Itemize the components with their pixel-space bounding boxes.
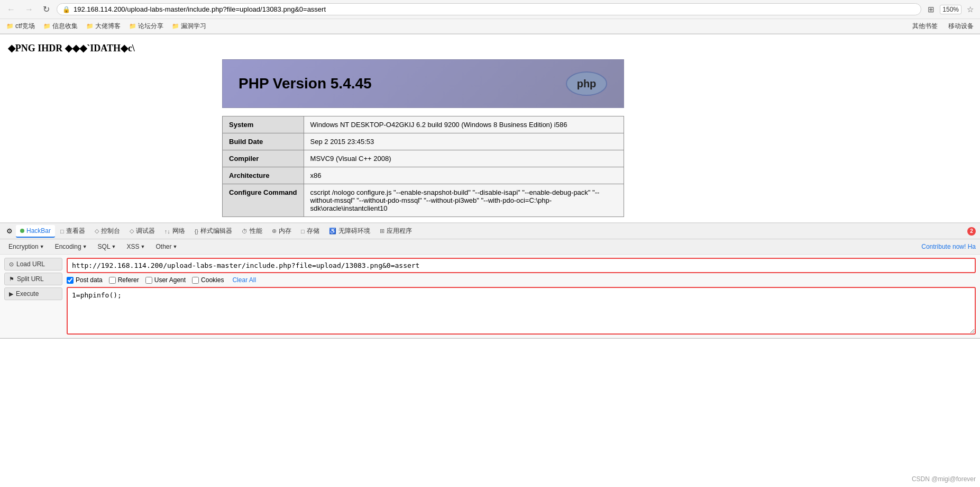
bookmark-blog[interactable]: 📁 大佬博客 bbox=[84, 21, 123, 32]
menu-encoding-label: Encoding bbox=[55, 243, 81, 250]
menu-other[interactable]: Other ▼ bbox=[151, 241, 181, 252]
user-agent-checkbox-label[interactable]: User Agent bbox=[145, 276, 186, 284]
load-url-icon: ⊙ bbox=[9, 261, 14, 268]
nav-actions: ⊞ 150% ☆ bbox=[926, 4, 976, 15]
php-banner-inner: PHP Version 5.4.45 php bbox=[222, 59, 624, 108]
folder-icon: 📁 bbox=[6, 23, 14, 30]
address-bar[interactable] bbox=[74, 5, 915, 13]
address-bar-wrap: 🔒 bbox=[57, 3, 921, 15]
php-version-title: PHP Version 5.4.45 bbox=[239, 75, 372, 92]
other-arrow-icon: ▼ bbox=[172, 244, 177, 249]
tab-console[interactable]: ◇ 控制台 bbox=[90, 224, 124, 238]
cookies-checkbox-label[interactable]: Cookies bbox=[192, 276, 224, 284]
debugger-icon: ◇ bbox=[130, 228, 134, 235]
back-button[interactable]: ← bbox=[4, 4, 18, 15]
table-cell-value: Sep 2 2015 23:45:53 bbox=[304, 133, 624, 150]
perf-icon: ⏱ bbox=[242, 228, 248, 235]
tab-style-label: 样式编辑器 bbox=[200, 227, 232, 236]
tab-memory[interactable]: ⊕ 内存 bbox=[268, 224, 296, 238]
tab-console-label: 控制台 bbox=[101, 227, 120, 236]
tab-perf-label: 性能 bbox=[250, 227, 262, 236]
table-cell-value: x86 bbox=[304, 167, 624, 184]
bookmark-ctf[interactable]: 📁 ctf竞场 bbox=[4, 21, 37, 32]
sql-arrow-icon: ▼ bbox=[112, 244, 116, 249]
post-data-label: Post data bbox=[76, 276, 103, 284]
tab-style-editor[interactable]: {} 样式编辑器 bbox=[190, 224, 236, 238]
viewer-icon: □ bbox=[60, 228, 64, 235]
tab-application[interactable]: ⊞ 应用程序 bbox=[375, 224, 416, 238]
table-cell-label: Build Date bbox=[223, 133, 304, 150]
tab-a11y-label: 无障碍环境 bbox=[338, 227, 370, 236]
tab-hackbar[interactable]: HackBar bbox=[16, 225, 55, 238]
table-cell-value: cscript /nologo configure.js "--enable-s… bbox=[304, 184, 624, 217]
post-data-checkbox[interactable] bbox=[67, 277, 74, 284]
bookmark-forum-label: 论坛分享 bbox=[138, 22, 163, 31]
user-agent-label: User Agent bbox=[154, 276, 186, 284]
browser-chrome: ← → ↻ 🔒 ⊞ 150% ☆ 📁 ctf竞场 📁 信息收集 📁 大佬博客 📁… bbox=[0, 0, 980, 34]
security-icon: 🔒 bbox=[62, 6, 70, 13]
menu-sql[interactable]: SQL ▼ bbox=[94, 241, 121, 252]
forward-button[interactable]: → bbox=[22, 4, 36, 15]
reload-button[interactable]: ↻ bbox=[40, 3, 52, 15]
hackbar-menu: Encryption ▼ Encoding ▼ SQL ▼ XSS ▼ Othe… bbox=[0, 239, 980, 255]
zoom-level[interactable]: 150% bbox=[940, 5, 961, 14]
post-data-textarea[interactable]: 1=phpinfo(); bbox=[67, 287, 976, 335]
table-row: Compiler MSVC9 (Visual C++ 2008) bbox=[223, 150, 624, 167]
referer-label: Referer bbox=[118, 276, 139, 284]
tab-accessibility[interactable]: ♿ 无障碍环境 bbox=[325, 224, 374, 238]
devtools-settings-icon[interactable]: ⚙ bbox=[4, 225, 15, 237]
hackbar-url-input[interactable] bbox=[67, 258, 976, 273]
bookmark-vuln[interactable]: 📁 漏洞学习 bbox=[170, 21, 208, 32]
referer-checkbox[interactable] bbox=[109, 277, 116, 284]
split-url-button[interactable]: ⚑ Split URL bbox=[4, 273, 62, 285]
execute-button[interactable]: ▶ Execute bbox=[4, 287, 62, 300]
folder-icon: 📁 bbox=[129, 23, 136, 30]
tab-debugger-label: 调试器 bbox=[136, 227, 155, 236]
hackbar-main: ⊙ Load URL ⚑ Split URL ▶ Execute Pos bbox=[0, 255, 980, 338]
bookmark-other[interactable]: 其他书签 bbox=[910, 21, 940, 32]
bookmark-vuln-label: 漏洞学习 bbox=[181, 22, 206, 31]
bookmark-mobile-label: 移动设备 bbox=[948, 22, 974, 31]
referer-checkbox-label[interactable]: Referer bbox=[109, 276, 139, 284]
page-content: ◆PNG IHDR ◆◆◆`IDATH◆c\ PHP Version 5.4.4… bbox=[0, 34, 980, 222]
apps-button[interactable]: ⊞ bbox=[926, 4, 937, 15]
post-data-checkbox-label[interactable]: Post data bbox=[67, 276, 103, 284]
bookmark-button[interactable]: ☆ bbox=[965, 4, 976, 15]
devtools-tabs: ⚙ HackBar □ 查看器 ◇ 控制台 ◇ 调试器 ↑↓ 网络 {} 样式编… bbox=[0, 223, 980, 239]
network-icon: ↑↓ bbox=[164, 228, 170, 235]
memory-icon: ⊕ bbox=[272, 228, 277, 235]
bookmark-info[interactable]: 📁 信息收集 bbox=[41, 21, 80, 32]
a11y-icon: ♿ bbox=[329, 228, 336, 235]
tab-debugger[interactable]: ◇ 调试器 bbox=[125, 224, 159, 238]
encoding-arrow-icon: ▼ bbox=[83, 244, 87, 249]
cookies-checkbox[interactable] bbox=[192, 277, 199, 284]
folder-icon: 📁 bbox=[172, 23, 179, 30]
menu-other-label: Other bbox=[155, 243, 171, 250]
console-icon: ◇ bbox=[95, 228, 99, 235]
hackbar-url-area: Post data Referer User Agent Cookies C bbox=[67, 258, 976, 335]
nav-bar: ← → ↻ 🔒 ⊞ 150% ☆ bbox=[0, 0, 980, 19]
clear-all-link[interactable]: Clear All bbox=[232, 276, 256, 284]
tab-performance[interactable]: ⏱ 性能 bbox=[237, 224, 267, 238]
php-info-table: System Windows NT DESKTOP-O42GKIJ 6.2 bu… bbox=[222, 116, 624, 217]
bookmark-mobile[interactable]: 移动设备 bbox=[946, 21, 976, 32]
tab-storage[interactable]: □ 存储 bbox=[297, 224, 324, 238]
tab-network[interactable]: ↑↓ 网络 bbox=[160, 224, 189, 238]
menu-encryption[interactable]: Encryption ▼ bbox=[4, 241, 49, 252]
bookmark-ctf-label: ctf竞场 bbox=[15, 22, 35, 31]
style-icon: {} bbox=[195, 228, 198, 235]
tab-storage-label: 存储 bbox=[307, 227, 319, 236]
bookmark-forum[interactable]: 📁 论坛分享 bbox=[127, 21, 166, 32]
load-url-button[interactable]: ⊙ Load URL bbox=[4, 258, 62, 270]
php-banner: PHP Version 5.4.45 php bbox=[222, 59, 624, 108]
user-agent-checkbox[interactable] bbox=[145, 277, 152, 284]
folder-icon: 📁 bbox=[86, 23, 94, 30]
table-cell-label: Architecture bbox=[223, 167, 304, 184]
contribute-link[interactable]: Contribute now! Ha bbox=[921, 243, 976, 250]
menu-xss[interactable]: XSS ▼ bbox=[123, 241, 150, 252]
storage-icon: □ bbox=[301, 228, 305, 235]
bookmark-blog-label: 大佬博客 bbox=[95, 22, 121, 31]
tab-viewer[interactable]: □ 查看器 bbox=[56, 224, 89, 238]
load-url-label: Load URL bbox=[16, 260, 45, 268]
menu-encoding[interactable]: Encoding ▼ bbox=[51, 241, 91, 252]
